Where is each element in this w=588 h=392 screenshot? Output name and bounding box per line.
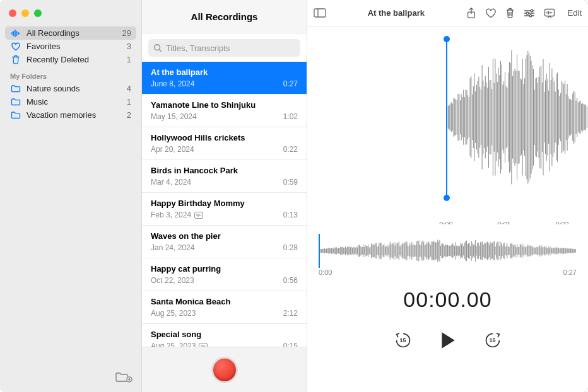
search-input[interactable]: Titles, Transcripts	[148, 39, 300, 57]
recording-duration: 0:59	[283, 178, 298, 187]
folder-icon	[10, 98, 21, 106]
recording-duration: 0:27	[283, 79, 298, 88]
time-tick: 0:01	[497, 221, 510, 224]
delete-button[interactable]	[505, 8, 515, 18]
favorite-button[interactable]	[485, 8, 497, 18]
sidebar-item-label: Music	[26, 97, 122, 107]
toggle-sidebar-button[interactable]	[314, 8, 326, 18]
sidebar-item-count: 29	[122, 28, 131, 38]
current-time: 00:00.00	[307, 287, 588, 312]
recording-date: Mar 4, 2024	[151, 178, 191, 187]
trim-handle-start[interactable]	[446, 39, 447, 198]
share-button[interactable]	[466, 8, 476, 19]
skip-forward-button[interactable]: 15	[483, 331, 502, 350]
recording-title: At the ballpark	[329, 8, 464, 18]
sidebar-item-recently-deleted[interactable]: Recently Deleted1	[5, 53, 136, 66]
recording-duration: 0:28	[283, 243, 298, 252]
recording-item[interactable]: Happy Birthday MommyFeb 3, 20240:13	[142, 193, 307, 226]
new-folder-button[interactable]	[115, 371, 132, 385]
sidebar-item-count: 1	[127, 97, 131, 107]
recording-title: Hollywood Hills crickets	[151, 133, 298, 142]
recording-item[interactable]: Yamanote Line to ShinjukuMay 15, 20241:0…	[142, 95, 307, 127]
sidebar-item-count: 2	[127, 110, 131, 120]
app-window: All Recordings29Favorites3Recently Delet…	[0, 0, 588, 392]
sidebar-item-count: 4	[127, 84, 131, 93]
recording-title: Special song	[151, 330, 298, 339]
heart-icon	[10, 42, 21, 51]
detail-time-end: 0:27	[563, 268, 577, 276]
close-window-button[interactable]	[9, 9, 16, 17]
play-button[interactable]	[439, 331, 457, 350]
recording-item[interactable]: Waves on the pierJan 24, 20240:28	[142, 226, 307, 258]
sidebar-item-label: Vacation memories	[26, 110, 122, 120]
overview-waveform[interactable]: 0:000:010:02	[307, 35, 588, 224]
recording-title: Happy Birthday Mommy	[151, 199, 298, 208]
recording-date: May 15, 2024	[151, 112, 197, 121]
recording-list-panel: All Recordings Titles, Transcripts At th…	[142, 0, 307, 392]
recording-duration: 0:15	[283, 342, 298, 347]
trash-icon	[10, 55, 21, 64]
recording-item[interactable]: Special songAug 25, 20230:15	[142, 324, 307, 347]
search-placeholder: Titles, Transcripts	[166, 43, 230, 53]
folder-icon	[10, 84, 21, 93]
recording-item[interactable]: Santa Monica BeachAug 25, 20232:12	[142, 291, 307, 324]
recording-duration: 0:56	[283, 276, 298, 285]
transcript-button[interactable]	[544, 8, 555, 18]
sidebar-item-label: All Recordings	[26, 28, 117, 38]
toolbar: At the ballpark Edit	[307, 0, 588, 26]
recording-date: Apr 20, 2024	[151, 145, 194, 154]
transcript-icon	[194, 212, 203, 219]
sidebar-group-label: My Folders	[5, 66, 136, 82]
recording-date: June 8, 2024	[151, 79, 194, 88]
recording-title: Birds in Hancock Park	[151, 166, 298, 175]
recording-date: Aug 25, 2023	[151, 342, 196, 347]
detail-time-start: 0:00	[319, 268, 332, 276]
sidebar-folder-music[interactable]: Music1	[5, 95, 136, 108]
recording-title: Happy cat purring	[151, 264, 298, 274]
svg-point-4	[531, 9, 533, 12]
recording-duration: 0:13	[283, 210, 298, 219]
edit-button[interactable]: Edit	[568, 8, 582, 18]
sidebar-item-count: 3	[127, 42, 131, 51]
playhead[interactable]	[319, 234, 320, 268]
recording-date: Feb 3, 2024	[151, 210, 191, 219]
window-controls	[0, 0, 141, 26]
recording-item[interactable]: At the ballparkJune 8, 20240:27	[142, 62, 307, 95]
recording-duration: 0:22	[283, 145, 298, 154]
recording-date: Jan 24, 2024	[151, 243, 194, 252]
time-tick: 0:00	[439, 221, 452, 224]
waveform-overview	[446, 42, 588, 193]
detail-waveform[interactable]	[319, 236, 577, 266]
sidebar-folder-nature-sounds[interactable]: Nature sounds4	[5, 82, 136, 95]
search-icon	[153, 43, 162, 52]
recording-title: Waves on the pier	[151, 231, 298, 241]
skip-back-button[interactable]: 15	[394, 331, 413, 350]
minimize-window-button[interactable]	[21, 9, 29, 17]
sidebar-item-label: Nature sounds	[26, 84, 122, 93]
folder-icon	[10, 111, 21, 119]
svg-rect-7	[544, 9, 554, 16]
sidebar: All Recordings29Favorites3Recently Delet…	[0, 0, 142, 392]
svg-point-1	[155, 45, 160, 50]
waveform-detail	[319, 236, 577, 266]
recording-date: Aug 25, 2023	[151, 309, 196, 318]
svg-point-5	[526, 12, 529, 14]
record-button[interactable]	[211, 357, 238, 383]
time-tick: 0:02	[555, 221, 568, 224]
list-title: All Recordings	[142, 0, 307, 33]
recording-item[interactable]: Happy cat purringOct 22, 20230:56	[142, 258, 307, 291]
recording-duration: 2:12	[283, 309, 298, 318]
playback-controls: 15 15	[307, 318, 588, 362]
waveform-icon	[10, 29, 21, 38]
zoom-window-button[interactable]	[34, 9, 42, 17]
recording-title: Yamanote Line to Shinjuku	[151, 100, 298, 110]
sidebar-folder-vacation-memories[interactable]: Vacation memories2	[5, 108, 136, 122]
recording-date: Oct 22, 2023	[151, 276, 194, 285]
svg-point-6	[529, 14, 532, 17]
recording-item[interactable]: Birds in Hancock ParkMar 4, 20240:59	[142, 160, 307, 193]
recording-item[interactable]: Hollywood Hills cricketsApr 20, 20240:22	[142, 127, 307, 160]
sidebar-item-favorites[interactable]: Favorites3	[5, 40, 136, 53]
sidebar-item-label: Recently Deleted	[26, 55, 122, 64]
sidebar-item-all-recordings[interactable]: All Recordings29	[5, 26, 136, 40]
options-button[interactable]	[524, 9, 535, 18]
